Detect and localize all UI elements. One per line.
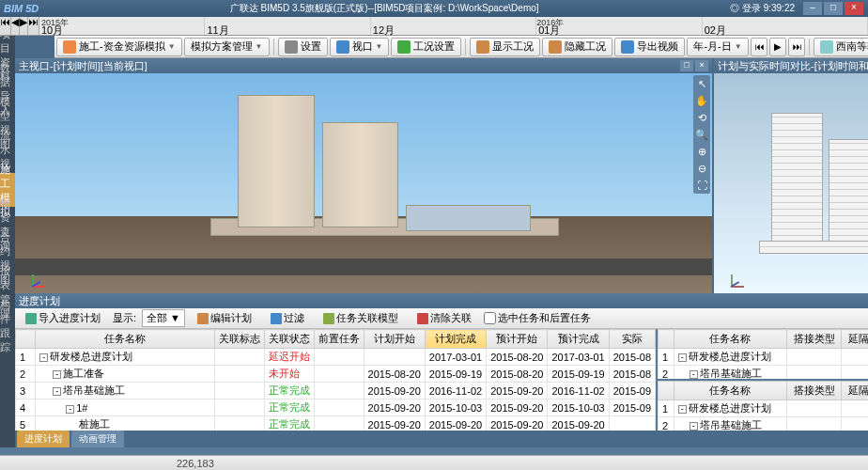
- hide-cond-button[interactable]: 隐藏工况: [542, 38, 612, 56]
- clear-assoc-button[interactable]: 清除关联: [411, 308, 478, 328]
- workarea-button[interactable]: 工况设置: [391, 38, 461, 56]
- predecessor-table[interactable]: 任务名称搭接类型延隔时间计划开始计划完成1-研发楼总进度计划2017-03-01…: [658, 329, 868, 379]
- expander[interactable]: -: [690, 370, 698, 379]
- tab-animation[interactable]: 动画管理: [71, 431, 124, 447]
- expander[interactable]: -: [53, 387, 61, 396]
- timeline-last[interactable]: ⏭: [28, 17, 39, 35]
- viewport-button[interactable]: 视口▼: [330, 38, 390, 56]
- hide-icon: [549, 40, 562, 54]
- successor-table[interactable]: 任务名称搭接类型延隔时间计划开始计划完成1-研发楼总进度计划2017-03-01…: [658, 381, 868, 431]
- play-first-button[interactable]: ⏮: [751, 38, 767, 56]
- compare-viewport-title: 计划与实际时间对比-[计划时间和实际时间对比] □×: [714, 58, 868, 73]
- select-tool[interactable]: ↖: [693, 75, 710, 92]
- viewport-icon: [336, 40, 349, 54]
- main-viewport-title: 主视口-[计划时间][当前视口] □×: [15, 58, 712, 73]
- expander[interactable]: -: [678, 405, 687, 414]
- link-row[interactable]: 1-研发楼总进度计划2017-03-01: [659, 400, 868, 417]
- schedule-row[interactable]: 1-研发楼总进度计划延迟开始2017-03-012015-08-202017-0…: [16, 349, 656, 366]
- tab-schedule[interactable]: 进度计划: [17, 431, 70, 447]
- fit-tool[interactable]: ⛶: [693, 177, 710, 194]
- sidebar: 项目资料数据导入模型视图流水视图施工模拟物资查询合约视图报表管理构件跟踪: [0, 36, 15, 447]
- zoom-tool[interactable]: 🔍: [693, 126, 710, 143]
- maximize-button[interactable]: □: [824, 2, 843, 15]
- sidebar-label: 构件跟踪: [0, 298, 15, 354]
- link-icon: [323, 313, 334, 324]
- axis-combo[interactable]: 西南等轴测▼: [814, 38, 868, 56]
- expander[interactable]: -: [66, 405, 74, 414]
- close-button[interactable]: ×: [845, 2, 863, 15]
- schedule-toolbar: 导入进度计划 显示: 全部 ▼ 编辑计划 过滤 任务关联模型 清除关联 选中任务…: [15, 308, 868, 329]
- schedule-row[interactable]: 4-1#正常完成2015-09-202015-10-032015-09-2020…: [16, 400, 656, 416]
- scheme-mgmt-button[interactable]: 模拟方案管理▼: [184, 38, 270, 56]
- expander[interactable]: -: [39, 353, 48, 362]
- timeline-months: 10月11月12月01月02月2015年2016年: [39, 17, 868, 35]
- compare-3d-canvas[interactable]: ↖ ✋ ⟲ 🔍 ⊕ ⊖ ⛶: [714, 73, 868, 293]
- play-last-button[interactable]: ⏭: [788, 38, 805, 56]
- link-row[interactable]: 2-塔吊基础施工2015-09-202016-11-02: [659, 417, 868, 431]
- compare-viewport: 计划与实际时间对比-[计划时间和实际时间对比] □× ↖ ✋ ⟲ 🔍 ⊕: [714, 58, 868, 293]
- date-combo[interactable]: 年-月-日▼: [687, 38, 748, 56]
- schedule-row[interactable]: 2-施工准备未开始2015-08-202015-09-192015-08-202…: [16, 366, 656, 383]
- timeline-ruler[interactable]: ⏮ ◀ ▶ ⏭ 10月11月12月01月02月2015年2016年: [0, 17, 868, 36]
- select-subtasks-checkbox[interactable]: 选中任务和后置任务: [484, 311, 591, 325]
- timeline-next[interactable]: ▶: [20, 17, 28, 35]
- main-viewport: 主视口-[计划时间][当前视口] □× ↖ ✋ ⟲ 🔍 ⊕ ⊖: [15, 58, 712, 293]
- timeline-nav: ⏮ ◀ ▶ ⏭: [0, 17, 39, 35]
- window-title: 广联达 BIM5D 3.5旗舰版(正式版)--[BIM5D项目案例: D:\Wo…: [39, 2, 730, 15]
- pan-tool[interactable]: ✋: [693, 92, 710, 109]
- timeline-prev[interactable]: ◀: [11, 17, 20, 35]
- titlebar: BIM 5D 广联达 BIM5D 3.5旗舰版(正式版)--[BIM5D项目案例…: [0, 0, 868, 17]
- gear-icon: [285, 40, 298, 54]
- expander[interactable]: -: [678, 353, 687, 362]
- edit-plan-button[interactable]: 编辑计划: [191, 308, 258, 328]
- main-3d-canvas[interactable]: ↖ ✋ ⟲ 🔍 ⊕ ⊖ ⛶: [15, 73, 712, 293]
- minimize-button[interactable]: –: [803, 2, 822, 15]
- cursor-coords: 226,183: [177, 458, 214, 469]
- schedule-row[interactable]: 3-塔吊基础施工正常完成2015-09-202016-11-022015-09-…: [16, 383, 656, 400]
- axis-gizmo-2[interactable]: [720, 259, 748, 288]
- schedule-table[interactable]: 任务名称关联标志关联状态前置任务计划开始计划完成预计开始预计完成实际1-研发楼总…: [15, 329, 656, 431]
- filter-button[interactable]: 过滤: [264, 308, 311, 328]
- link-row[interactable]: 2-塔吊基础施工2015-09-202016-11-02: [659, 366, 868, 380]
- filter-icon: [271, 313, 282, 324]
- workspace-combo[interactable]: 施工-资金资源模拟▼: [56, 38, 182, 56]
- timeline-first[interactable]: ⏮: [0, 17, 11, 35]
- import-schedule-button[interactable]: 导入进度计划: [19, 308, 107, 328]
- sidebar-item-track[interactable]: 构件跟踪: [0, 308, 15, 342]
- unlink-icon: [417, 313, 428, 324]
- vp-max-button[interactable]: □: [680, 60, 693, 71]
- show-icon: [476, 40, 489, 54]
- orbit-tool[interactable]: ⟲: [693, 109, 710, 126]
- settings-button[interactable]: 设置: [278, 38, 328, 56]
- show-cond-button[interactable]: 显示工况: [470, 38, 540, 56]
- expander[interactable]: -: [690, 422, 698, 431]
- footer-tabs: 进度计划 动画管理: [15, 431, 868, 447]
- import-icon: [25, 313, 37, 324]
- export-icon: [621, 40, 634, 54]
- main-toolbar: 施工-资金资源模拟▼ 模拟方案管理▼ 设置 视口▼ 工况设置 显示工况 隐藏工况…: [54, 36, 868, 58]
- axis-gizmo[interactable]: [21, 259, 49, 288]
- vp-close-button[interactable]: ×: [695, 60, 708, 71]
- schedule-row[interactable]: 5桩施工正常完成2015-09-202015-09-202015-09-2020…: [16, 416, 656, 431]
- workarea-icon: [397, 40, 411, 54]
- viewport-tools: ↖ ✋ ⟲ 🔍 ⊕ ⊖ ⛶: [693, 75, 710, 194]
- show-label: 显示:: [113, 311, 136, 325]
- edit-icon: [197, 313, 209, 324]
- workspace-icon: [63, 40, 76, 54]
- schedule-panel-title: 进度计划 □×: [15, 293, 868, 308]
- statusbar: 226,183: [0, 455, 868, 470]
- axis-icon: [820, 40, 833, 54]
- app-logo: BIM 5D: [4, 3, 39, 14]
- zoomin-tool[interactable]: ⊕: [693, 143, 710, 160]
- assoc-model-button[interactable]: 任务关联模型: [317, 308, 405, 328]
- show-combo[interactable]: 全部 ▼: [142, 309, 185, 327]
- expander[interactable]: -: [53, 370, 61, 379]
- export-video-button[interactable]: 导出视频: [614, 38, 685, 56]
- link-row[interactable]: 1-研发楼总进度计划2017-03-01: [659, 349, 868, 366]
- zoomout-tool[interactable]: ⊖: [693, 160, 710, 177]
- user-status[interactable]: ◎ 登录 9:39:22: [730, 2, 795, 15]
- play-button[interactable]: ▶: [769, 38, 786, 56]
